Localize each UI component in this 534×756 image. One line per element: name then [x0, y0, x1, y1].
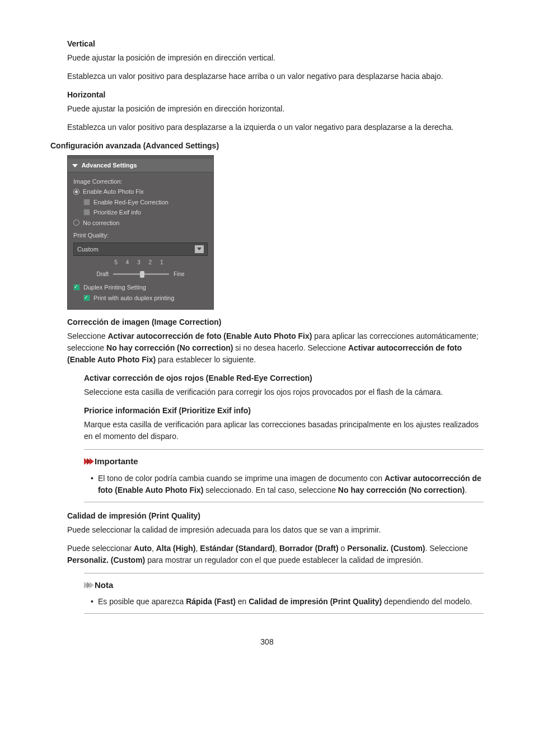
vertical-p1: Puede ajustar la posición de impresión e…	[67, 52, 484, 64]
collapse-icon	[72, 164, 78, 167]
check-duplex[interactable]: Duplex Printing Setting	[73, 283, 208, 292]
slider-ticks: 5 4 3 2 1	[73, 258, 208, 267]
heading-horizontal: Horizontal	[67, 89, 484, 101]
horizontal-p1: Puede ajustar la posición de impresión e…	[67, 103, 484, 115]
advanced-settings-panel: Advanced Settings Image Correction: Enab…	[67, 155, 214, 310]
exif-p1: Marque esta casilla de verificación para…	[84, 419, 484, 442]
check-red-eye[interactable]: Enable Red-Eye Correction	[83, 198, 208, 207]
quality-slider[interactable]: Draft Fine	[73, 270, 208, 278]
heading-vertical: Vertical	[67, 38, 484, 50]
print-quality-p2: Puede seleccionar Auto, Alta (High), Est…	[67, 543, 484, 566]
label-print-quality: Print Quality:	[73, 231, 208, 240]
checkbox-icon	[83, 199, 90, 206]
heading-red-eye: Activar corrección de ojos rojos (Enable…	[84, 372, 484, 384]
print-quality-p1: Puede seleccionar la calidad de impresió…	[67, 524, 484, 536]
red-eye-p1: Seleccione esta casilla de verificación …	[84, 386, 484, 398]
checkbox-icon	[83, 209, 90, 216]
heading-advanced: Configuración avanzada (Advanced Setting…	[50, 140, 484, 152]
page-number: 308	[50, 636, 484, 648]
slider-track	[113, 273, 169, 275]
radio-no-correction[interactable]: No correction	[73, 218, 208, 228]
panel-title: Advanced Settings	[82, 162, 137, 169]
heading-exif: Priorice información Exif (Prioritize Ex…	[84, 405, 484, 417]
panel-header[interactable]: Advanced Settings	[68, 159, 213, 172]
important-icon	[84, 458, 92, 465]
dropdown-icon	[195, 245, 204, 253]
check-exif[interactable]: Prioritize Exif info	[83, 208, 208, 217]
check-auto-duplex[interactable]: Print with auto duplex printing	[83, 293, 208, 303]
horizontal-p2: Establezca un valor positivo para despla…	[67, 122, 484, 133]
slider-thumb	[140, 271, 144, 278]
important-box: Importante • El tono de color podría cam…	[84, 449, 484, 502]
radio-icon	[73, 189, 79, 195]
note-box: Nota • Es posible que aparezca Rápida (F…	[84, 573, 484, 614]
important-header: Importante	[84, 453, 484, 470]
select-print-quality[interactable]: Custom	[73, 242, 208, 256]
heading-image-correction: Corrección de imagen (Image Correction)	[67, 316, 484, 328]
checkbox-icon	[73, 284, 80, 291]
note-icon	[84, 582, 92, 589]
important-item: • El tono de color podría cambia cuando …	[91, 473, 484, 496]
label-image-correction: Image Correction:	[73, 177, 208, 186]
image-correction-p1: Seleccione Activar autocorrección de fot…	[67, 330, 484, 366]
checkbox-icon	[83, 295, 90, 301]
note-header: Nota	[84, 577, 484, 594]
vertical-p2: Establezca un valor positivo para despla…	[67, 71, 484, 82]
radio-icon	[73, 220, 79, 226]
radio-enable-auto[interactable]: Enable Auto Photo Fix	[73, 187, 208, 197]
heading-print-quality: Calidad de impresión (Print Quality)	[67, 510, 484, 522]
note-item: • Es posible que aparezca Rápida (Fast) …	[91, 596, 484, 608]
